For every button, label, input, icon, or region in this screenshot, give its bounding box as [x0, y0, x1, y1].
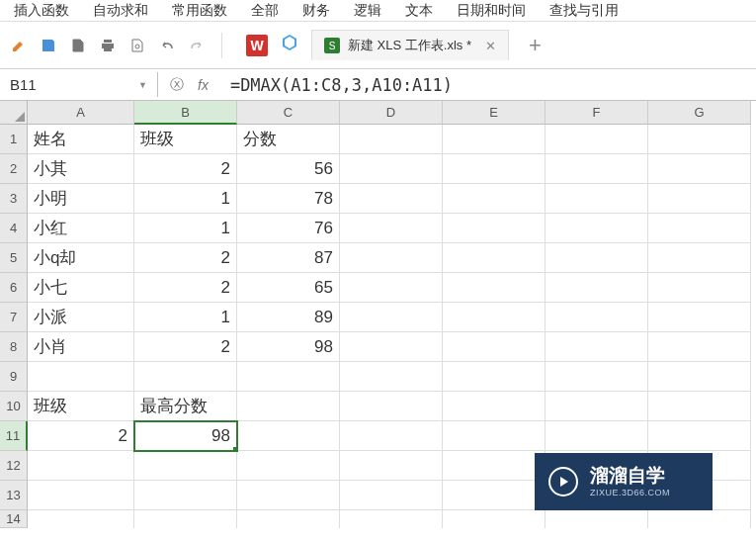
cell-E2[interactable] — [443, 154, 546, 184]
cell-G8[interactable] — [648, 332, 751, 362]
cell-B9[interactable] — [134, 362, 237, 392]
chevron-down-icon[interactable]: ▼ — [138, 80, 147, 90]
cell-B7[interactable]: 1 — [134, 303, 237, 332]
formula-input[interactable]: =DMAX(A1:C8,3,A10:A11) — [220, 71, 756, 99]
cell-F11[interactable] — [546, 421, 648, 451]
document-tab[interactable]: S 新建 XLS 工作表.xls * ✕ — [311, 30, 509, 60]
cell-D6[interactable] — [340, 273, 443, 303]
cell-C7[interactable]: 89 — [237, 303, 340, 332]
cell-D1[interactable] — [340, 125, 443, 154]
cell-B1[interactable]: 班级 — [134, 125, 237, 154]
cell-B10[interactable]: 最高分数 — [134, 392, 237, 421]
cell-B3[interactable]: 1 — [134, 184, 237, 214]
row-header-3[interactable]: 3 — [0, 184, 28, 214]
cell-E3[interactable] — [443, 184, 546, 214]
menu-item-insert-fn[interactable]: 插入函数 — [14, 2, 69, 20]
name-box[interactable]: B11 ▼ — [0, 72, 158, 97]
cell-D14[interactable] — [340, 510, 443, 528]
cell-B5[interactable]: 2 — [134, 243, 237, 273]
row-header-9[interactable]: 9 — [0, 362, 28, 392]
cell-C12[interactable] — [237, 451, 340, 481]
cell-B6[interactable]: 2 — [134, 273, 237, 303]
cell-E5[interactable] — [443, 243, 546, 273]
cell-C8[interactable]: 98 — [237, 332, 340, 362]
row-header-8[interactable]: 8 — [0, 332, 28, 362]
cell-B11[interactable]: 98 — [134, 421, 237, 451]
save-icon[interactable] — [40, 37, 57, 54]
cell-D10[interactable] — [340, 392, 443, 421]
cell-F3[interactable] — [546, 184, 648, 214]
cell-C13[interactable] — [237, 481, 340, 510]
menu-item-text[interactable]: 文本 — [405, 2, 433, 20]
cell-A12[interactable] — [28, 451, 134, 481]
menu-item-autosum[interactable]: 自动求和 — [93, 2, 148, 20]
menu-item-lookup[interactable]: 查找与引用 — [549, 2, 619, 20]
cell-B8[interactable]: 2 — [134, 332, 237, 362]
cell-G7[interactable] — [648, 303, 751, 332]
cell-F4[interactable] — [546, 214, 648, 243]
row-header-13[interactable]: 13 — [0, 481, 28, 510]
cell-D5[interactable] — [340, 243, 443, 273]
cell-G9[interactable] — [648, 362, 751, 392]
cell-G6[interactable] — [648, 273, 751, 303]
cell-A9[interactable] — [28, 362, 134, 392]
cell-B14[interactable] — [134, 510, 237, 528]
cell-A8[interactable]: 小肖 — [28, 332, 134, 362]
row-header-14[interactable]: 14 — [0, 510, 28, 528]
cell-E14[interactable] — [443, 510, 546, 528]
col-header-A[interactable]: A — [28, 101, 134, 125]
col-header-B[interactable]: B — [134, 101, 237, 125]
cell-F5[interactable] — [546, 243, 648, 273]
cancel-icon[interactable]: ⓧ — [170, 76, 184, 94]
cell-D3[interactable] — [340, 184, 443, 214]
cell-E8[interactable] — [443, 332, 546, 362]
cell-F1[interactable] — [546, 125, 648, 154]
cell-G1[interactable] — [648, 125, 751, 154]
undo-icon[interactable] — [158, 37, 176, 54]
row-header-2[interactable]: 2 — [0, 154, 28, 184]
cell-C1[interactable]: 分数 — [237, 125, 340, 154]
cell-G2[interactable] — [648, 154, 751, 184]
cell-D11[interactable] — [340, 421, 443, 451]
cell-G5[interactable] — [648, 243, 751, 273]
col-header-C[interactable]: C — [237, 101, 340, 125]
cell-C11[interactable] — [237, 421, 340, 451]
tab-add-button[interactable]: + — [529, 33, 542, 58]
cell-C5[interactable]: 87 — [237, 243, 340, 273]
col-header-F[interactable]: F — [546, 101, 648, 125]
row-header-7[interactable]: 7 — [0, 303, 28, 332]
cell-C9[interactable] — [237, 362, 340, 392]
row-header-5[interactable]: 5 — [0, 243, 28, 273]
cell-G11[interactable] — [648, 421, 751, 451]
cell-E4[interactable] — [443, 214, 546, 243]
print-icon[interactable] — [99, 37, 117, 54]
cell-A5[interactable]: 小q却 — [28, 243, 134, 273]
cell-D2[interactable] — [340, 154, 443, 184]
cell-E12[interactable] — [443, 451, 546, 481]
cell-D4[interactable] — [340, 214, 443, 243]
col-header-D[interactable]: D — [340, 101, 443, 125]
cell-F9[interactable] — [546, 362, 648, 392]
cell-A3[interactable]: 小明 — [28, 184, 134, 214]
cell-E10[interactable] — [443, 392, 546, 421]
cell-B13[interactable] — [134, 481, 237, 510]
cell-A13[interactable] — [28, 481, 134, 510]
row-header-4[interactable]: 4 — [0, 214, 28, 243]
menu-item-datetime[interactable]: 日期和时间 — [457, 2, 526, 20]
cell-C14[interactable] — [237, 510, 340, 528]
row-header-12[interactable]: 12 — [0, 451, 28, 481]
menu-item-common-fn[interactable]: 常用函数 — [172, 2, 227, 20]
cell-E1[interactable] — [443, 125, 546, 154]
cell-E9[interactable] — [443, 362, 546, 392]
cell-B2[interactable]: 2 — [134, 154, 237, 184]
col-header-E[interactable]: E — [443, 101, 546, 125]
cube-icon[interactable] — [280, 33, 299, 57]
edit-icon[interactable] — [10, 37, 28, 54]
cell-E13[interactable] — [443, 481, 546, 510]
cell-C6[interactable]: 65 — [237, 273, 340, 303]
wps-icon[interactable]: W — [246, 35, 268, 56]
cell-A6[interactable]: 小七 — [28, 273, 134, 303]
cell-G10[interactable] — [648, 392, 751, 421]
cell-A1[interactable]: 姓名 — [28, 125, 134, 154]
cell-E6[interactable] — [443, 273, 546, 303]
